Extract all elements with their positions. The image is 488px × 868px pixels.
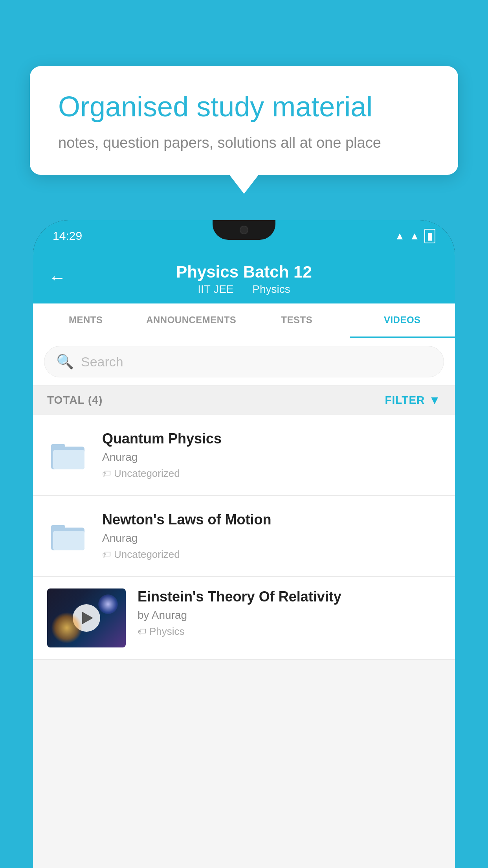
- video-info: Einstein's Theory Of Relativity by Anura…: [138, 588, 441, 638]
- tab-tests[interactable]: TESTS: [244, 303, 350, 338]
- video-title: Einstein's Theory Of Relativity: [138, 588, 441, 605]
- tag-label: Uncategorized: [114, 467, 180, 480]
- video-info: Quantum Physics Anurag 🏷 Uncategorized: [102, 430, 441, 480]
- video-title: Quantum Physics: [102, 430, 441, 447]
- phone-notch: [213, 220, 275, 240]
- video-author: Anurag: [102, 451, 441, 463]
- svg-rect-1: [51, 444, 65, 450]
- orb-decoration: [98, 594, 118, 614]
- search-icon: 🔍: [56, 353, 74, 370]
- status-icons: ▲ ▲ ▮: [395, 229, 435, 243]
- filter-bar: TOTAL (4) FILTER ▼: [33, 386, 455, 415]
- header-subtitle-part2: Physics: [252, 283, 290, 295]
- video-thumbnail: [47, 588, 126, 647]
- list-item[interactable]: Quantum Physics Anurag 🏷 Uncategorized: [33, 415, 455, 496]
- total-label: TOTAL (4): [47, 394, 103, 406]
- tab-ments[interactable]: MENTS: [33, 303, 139, 338]
- wifi-icon: ▲: [395, 230, 405, 242]
- video-tag: 🏷 Physics: [138, 625, 441, 638]
- speech-bubble-card: Organised study material notes, question…: [30, 66, 458, 175]
- tag-label: Physics: [149, 625, 185, 638]
- camera-dot: [240, 226, 248, 234]
- bubble-title: Organised study material: [58, 90, 430, 123]
- video-tag: 🏷 Uncategorized: [102, 467, 441, 480]
- svg-rect-2: [53, 450, 84, 469]
- status-time: 14:29: [53, 229, 82, 243]
- search-placeholder: Search: [81, 354, 123, 370]
- filter-button[interactable]: FILTER ▼: [385, 394, 441, 407]
- phone-screen: ← Physics Batch 12 IIT JEE Physics MENTS…: [33, 252, 455, 868]
- folder-icon: [51, 440, 86, 471]
- orb-decoration: [51, 612, 83, 644]
- play-icon: [82, 612, 93, 624]
- video-author: by Anurag: [138, 609, 441, 622]
- folder-thumbnail: [47, 434, 90, 477]
- back-button[interactable]: ←: [49, 268, 66, 287]
- battery-icon: ▮: [424, 229, 435, 243]
- svg-rect-4: [51, 525, 65, 531]
- svg-rect-5: [53, 531, 84, 550]
- tag-icon: 🏷: [102, 550, 111, 560]
- list-item[interactable]: Einstein's Theory Of Relativity by Anura…: [33, 577, 455, 660]
- app-header: ← Physics Batch 12 IIT JEE Physics: [33, 252, 455, 303]
- folder-thumbnail: [47, 515, 90, 558]
- video-list: Quantum Physics Anurag 🏷 Uncategorized: [33, 415, 455, 660]
- search-bar[interactable]: 🔍 Search: [44, 346, 444, 377]
- tag-label: Uncategorized: [114, 548, 180, 561]
- status-bar: 14:29 ▲ ▲ ▮: [33, 220, 455, 252]
- video-tag: 🏷 Uncategorized: [102, 548, 441, 561]
- header-title: Physics Batch 12: [49, 263, 439, 281]
- tag-icon: 🏷: [102, 469, 111, 479]
- filter-icon: ▼: [429, 394, 441, 407]
- video-author: Anurag: [102, 532, 441, 544]
- video-title: Newton's Laws of Motion: [102, 511, 441, 528]
- header-subtitle: IIT JEE Physics: [49, 283, 439, 296]
- header-subtitle-part1: IIT JEE: [198, 283, 233, 295]
- video-info: Newton's Laws of Motion Anurag 🏷 Uncateg…: [102, 511, 441, 561]
- signal-icon: ▲: [409, 230, 420, 242]
- tag-icon: 🏷: [138, 627, 146, 637]
- bubble-subtitle: notes, question papers, solutions all at…: [58, 134, 430, 151]
- tabs-bar: MENTS ANNOUNCEMENTS TESTS VIDEOS: [33, 303, 455, 338]
- filter-label: FILTER: [385, 394, 425, 406]
- tab-videos[interactable]: VIDEOS: [350, 303, 455, 338]
- folder-icon: [51, 520, 86, 552]
- search-container: 🔍 Search: [33, 338, 455, 386]
- tab-announcements[interactable]: ANNOUNCEMENTS: [139, 303, 244, 338]
- list-item[interactable]: Newton's Laws of Motion Anurag 🏷 Uncateg…: [33, 496, 455, 577]
- phone-frame: 14:29 ▲ ▲ ▮ ← Physics Batch 12 IIT JEE P…: [33, 220, 455, 868]
